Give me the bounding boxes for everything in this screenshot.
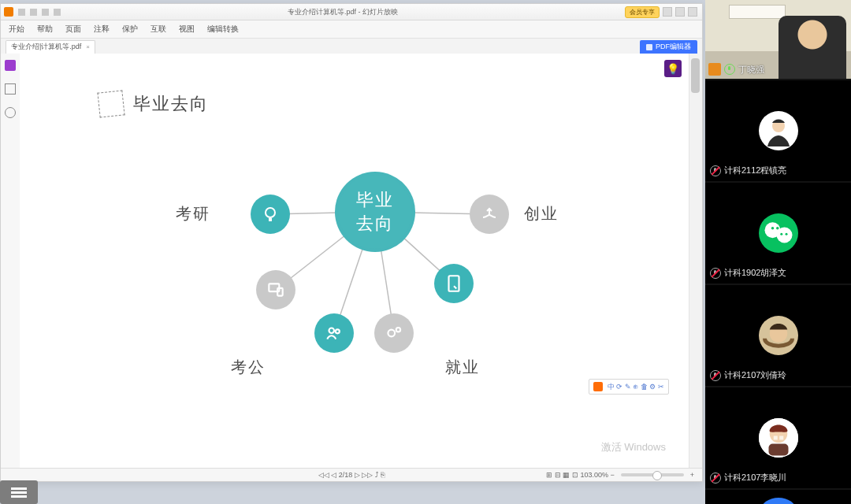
svg-rect-26 [768, 444, 788, 456]
close-icon[interactable] [688, 7, 697, 17]
menu-page[interactable]: 页面 [65, 24, 81, 35]
search-icon[interactable] [5, 107, 16, 118]
sogou-logo-icon [593, 382, 603, 391]
node-hand [470, 195, 509, 234]
title-notebook-icon [97, 90, 124, 117]
label-jiuye: 就业 [445, 357, 480, 378]
minimize-icon[interactable] [663, 7, 672, 17]
page-thumb-icon[interactable] [5, 83, 16, 94]
devices-icon [266, 280, 286, 300]
tab-bar: 专业介绍|计算机等.pdf × PDF编辑器 [1, 39, 702, 55]
scroll-thumb[interactable] [691, 58, 700, 93]
people-icon [324, 323, 344, 343]
avatar [759, 418, 798, 458]
svg-rect-28 [779, 436, 783, 440]
hand-plant-icon [480, 205, 499, 224]
node-devices [256, 270, 295, 309]
status-bar: ◁◁ ◁ 2/18 ▷ ▷▷ ⤴ ⎘ ⊞ ⊟ ▦ ⊡ 103.00% − + [1, 468, 702, 481]
avatar [759, 316, 798, 355]
menu-protect[interactable]: 保护 [122, 24, 138, 35]
svg-point-20 [776, 227, 779, 230]
participant-name: 计科2112程镇亮 [724, 165, 786, 176]
svg-point-6 [266, 208, 275, 217]
mic-on-icon [724, 64, 735, 75]
svg-rect-27 [773, 436, 777, 440]
svg-point-21 [780, 233, 782, 235]
presenter-badge-icon [708, 63, 721, 76]
zoom-plus[interactable]: + [690, 471, 694, 479]
mic-muted-icon [710, 268, 721, 279]
shared-screen: 专业介绍计算机等.pdf - 幻灯片放映 会员专享 开始 帮助 页面 注释 保护… [0, 3, 703, 482]
ime-toolbar[interactable]: 中 ⟳ ✎ ⊕ 🗑 ⚙ ✂ [589, 379, 669, 395]
presenter-video[interactable]: 丁晓强 [705, 0, 851, 80]
svg-point-15 [396, 328, 400, 332]
vertical-scrollbar[interactable] [689, 54, 702, 469]
menu-bar: 开始 帮助 页面 注释 保护 互联 视图 编辑转换 [1, 20, 702, 39]
menu-start[interactable]: 开始 [9, 24, 24, 35]
menu-view[interactable]: 视图 [179, 24, 195, 35]
document-tab[interactable]: 专业介绍|计算机等.pdf × [6, 40, 95, 54]
app-logo-icon [4, 7, 13, 17]
slide-canvas: 💡 毕业去向 毕业去向 [20, 54, 689, 469]
center-node: 毕业去向 [335, 172, 415, 252]
menu-help[interactable]: 帮助 [37, 24, 53, 35]
document-title: 专业介绍计算机等.pdf - 幻灯片放映 [61, 7, 625, 17]
node-gears [374, 313, 414, 353]
pdf-edit-button[interactable]: PDF编辑器 [640, 40, 697, 54]
participant-tile[interactable]: 计科2107李晓川 [705, 387, 851, 490]
zoom-slider[interactable] [621, 473, 684, 476]
menu-connect[interactable]: 互联 [151, 24, 166, 35]
mic-muted-icon [710, 370, 721, 381]
participant-tile[interactable]: 菁池 [705, 490, 851, 504]
mic-muted-icon [710, 165, 721, 176]
node-bulb [251, 195, 290, 234]
svg-point-18 [776, 228, 792, 243]
slide-title-text: 毕业去向 [133, 92, 209, 116]
tab-close-icon[interactable]: × [86, 43, 90, 50]
node-tablet [434, 264, 474, 303]
avatar: 菁池 [761, 498, 796, 504]
participant-tile[interactable]: 计科2107刘倩玲 [705, 285, 851, 387]
presenter-name: 丁晓强 [738, 64, 764, 76]
left-toolbar [1, 54, 20, 469]
participant-name: 计科2107李晓川 [724, 472, 786, 484]
page-navigator[interactable]: ◁◁ ◁ 2/18 ▷ ▷▷ ⤴ ⎘ [318, 471, 385, 479]
participant-tile[interactable]: 计科1902胡泽文 [705, 183, 851, 285]
view-buttons[interactable]: ⊞ ⊟ ▦ ⊡ 103.00% − [546, 471, 614, 479]
windows-activate-watermark: 激活 Windows [601, 440, 666, 454]
svg-rect-11 [449, 276, 459, 291]
label-kaogong: 考公 [231, 357, 266, 378]
mic-muted-icon [710, 472, 721, 484]
svg-point-22 [785, 233, 787, 235]
gears-icon [384, 323, 404, 343]
label-kaoyan: 考研 [176, 203, 210, 224]
participants-panel: 丁晓强 计科2112程镇亮 计科1902胡泽文 计科2107刘倩玲 计科2107… [705, 0, 851, 504]
bookmark-icon[interactable] [5, 60, 16, 71]
svg-point-14 [388, 330, 395, 337]
tab-label: 专业介绍|计算机等.pdf [11, 42, 81, 52]
participant-name: 计科1902胡泽文 [724, 267, 786, 279]
node-people [314, 313, 354, 353]
premium-badge[interactable]: 会员专享 [625, 6, 660, 18]
menu-annotate[interactable]: 注释 [94, 24, 110, 35]
quick-access-icons[interactable] [18, 9, 61, 16]
app-titlebar: 专业介绍计算机等.pdf - 幻灯片放映 会员专享 [1, 4, 702, 20]
svg-point-19 [771, 227, 774, 230]
lightbulb-icon [261, 205, 280, 224]
label-chuangye: 创业 [524, 203, 559, 224]
participant-tile[interactable]: 计科2112程镇亮 [705, 80, 851, 183]
slide-title: 毕业去向 [98, 91, 209, 117]
maximize-icon[interactable] [675, 7, 685, 17]
svg-point-12 [329, 328, 335, 334]
svg-point-13 [336, 329, 340, 333]
avatar [759, 111, 798, 150]
tablet-touch-icon [444, 273, 464, 294]
host-menu-icon[interactable] [0, 480, 38, 504]
avatar [759, 213, 798, 253]
menu-edit[interactable]: 编辑转换 [207, 24, 239, 35]
idea-bulb-icon[interactable]: 💡 [664, 60, 682, 77]
participant-name: 计科2107刘倩玲 [724, 369, 786, 381]
